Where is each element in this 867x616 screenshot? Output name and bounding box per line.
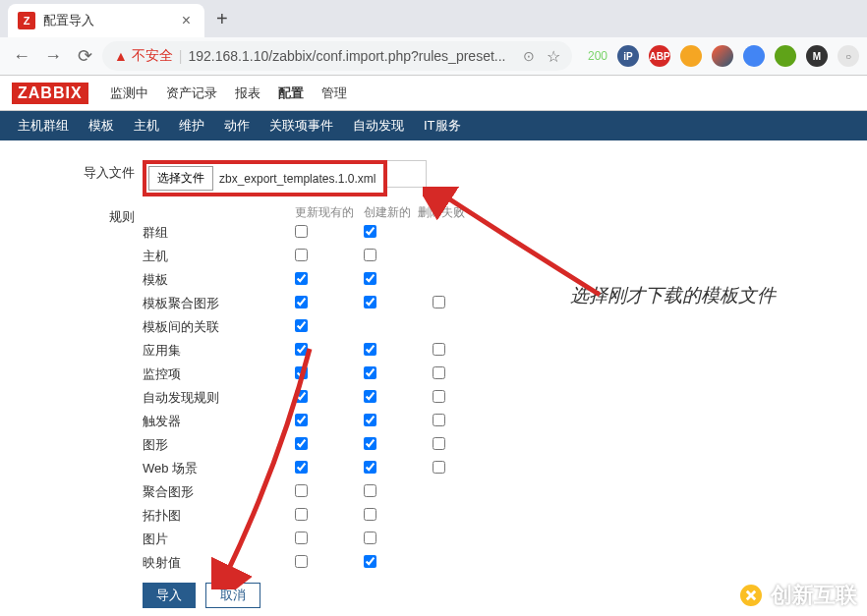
rule-checkbox[interactable] <box>364 343 376 356</box>
sub-menu-item[interactable]: IT服务 <box>414 113 471 139</box>
rule-checkbox[interactable] <box>364 366 376 379</box>
col-delete: 删除失败 <box>418 204 472 221</box>
rule-checkbox[interactable] <box>364 225 376 238</box>
import-button[interactable]: 导入 <box>143 583 196 608</box>
rule-checkbox[interactable] <box>295 366 308 379</box>
rule-checkbox[interactable] <box>295 437 308 450</box>
rule-checkbox[interactable] <box>433 343 445 356</box>
rule-name: 模板 <box>143 271 295 289</box>
rule-row: 模板 <box>143 268 501 292</box>
rule-name: 主机 <box>143 248 295 265</box>
rule-checkbox[interactable] <box>295 532 308 544</box>
file-input-extra[interactable] <box>387 160 427 188</box>
ip-extension-icon[interactable]: iP <box>617 45 639 67</box>
address-bar[interactable]: ▲ 不安全 | 192.168.1.10/zabbix/conf.import.… <box>102 41 572 71</box>
rule-row: 监控项 <box>143 363 501 386</box>
rule-checkbox[interactable] <box>364 414 376 426</box>
rule-checkbox[interactable] <box>295 484 308 497</box>
zabbix-top-bar: ZABBIX 监测中资产记录报表配置管理 <box>0 76 867 111</box>
rule-row: 应用集 <box>143 339 501 363</box>
rule-name: Web 场景 <box>143 460 295 477</box>
rule-checkbox[interactable] <box>364 296 376 308</box>
rule-checkbox[interactable] <box>364 508 376 521</box>
rule-checkbox[interactable] <box>364 461 376 474</box>
top-menu-item[interactable]: 资产记录 <box>158 81 225 106</box>
rule-row: 图形 <box>143 433 501 457</box>
ext-green-icon[interactable] <box>775 45 796 67</box>
rule-checkbox[interactable] <box>295 343 308 356</box>
rule-checkbox[interactable] <box>364 249 376 261</box>
search-icon[interactable]: ⊙ <box>523 48 535 64</box>
col-update: 更新现有的 <box>295 204 364 221</box>
new-tab-button[interactable]: + <box>204 8 240 30</box>
rule-row: 主机 <box>143 245 501 268</box>
address-row: ← → ⟳ ▲ 不安全 | 192.168.1.10/zabbix/conf.i… <box>0 37 867 75</box>
zabbix-logo[interactable]: ZABBIX <box>12 83 88 104</box>
reload-button[interactable]: ⟳ <box>71 42 98 70</box>
rule-checkbox[interactable] <box>295 414 308 426</box>
back-button[interactable]: ← <box>8 42 35 70</box>
rule-checkbox[interactable] <box>295 296 308 308</box>
ext-gradient-icon[interactable] <box>712 45 733 67</box>
rule-name: 图片 <box>143 531 295 548</box>
rule-checkbox[interactable] <box>433 414 445 426</box>
rule-checkbox[interactable] <box>295 555 308 568</box>
ext-orange-icon[interactable] <box>680 45 702 67</box>
tab-strip: Z 配置导入 × + <box>0 0 867 37</box>
rule-checkbox[interactable] <box>295 508 308 521</box>
warning-icon: ▲ <box>114 48 128 64</box>
ext-blue-icon[interactable] <box>743 45 765 67</box>
rule-name: 模板聚合图形 <box>143 295 295 312</box>
abp-extension-icon[interactable]: ABP <box>649 45 670 67</box>
top-menu-item[interactable]: 监测中 <box>102 81 156 106</box>
rule-checkbox[interactable] <box>433 461 445 474</box>
watermark-logo-icon <box>737 582 765 609</box>
rule-checkbox[interactable] <box>433 390 445 403</box>
close-icon[interactable]: × <box>178 12 195 29</box>
import-file-label: 导入文件 <box>39 160 143 182</box>
top-menu-item[interactable]: 管理 <box>314 81 355 106</box>
ext-grey-icon[interactable]: ○ <box>838 45 859 67</box>
rule-checkbox[interactable] <box>364 272 376 285</box>
sub-menu-item[interactable]: 维护 <box>169 113 214 139</box>
zabbix-sub-menu: 主机群组模板主机维护动作关联项事件自动发现IT服务 <box>0 111 867 140</box>
rule-checkbox[interactable] <box>295 390 308 403</box>
rule-checkbox[interactable] <box>364 437 376 450</box>
sub-menu-item[interactable]: 模板 <box>79 113 124 139</box>
browser-tab[interactable]: Z 配置导入 × <box>8 4 204 37</box>
rule-checkbox[interactable] <box>295 249 308 261</box>
import-form: 导入文件 选择文件 zbx_export_templates.1.0.xml 规… <box>0 140 867 616</box>
cancel-button[interactable]: 取消 <box>205 583 260 608</box>
rule-checkbox[interactable] <box>364 532 376 544</box>
extension-icons: 200 iP ABP M ○ <box>588 45 859 67</box>
insecure-warning: ▲ 不安全 <box>114 47 173 65</box>
rule-row: 模板聚合图形 <box>143 292 501 315</box>
rule-checkbox[interactable] <box>295 461 308 474</box>
rule-row: Web 场景 <box>143 457 501 480</box>
rule-checkbox[interactable] <box>364 555 376 568</box>
tab-title: 配置导入 <box>43 12 94 29</box>
ext-dark-icon[interactable]: M <box>806 45 828 67</box>
rule-checkbox[interactable] <box>295 225 308 238</box>
top-menu-item[interactable]: 配置 <box>270 81 312 106</box>
sub-menu-item[interactable]: 动作 <box>214 113 260 139</box>
rule-name: 监控项 <box>143 365 295 383</box>
forward-button[interactable]: → <box>39 42 67 70</box>
rule-checkbox[interactable] <box>295 319 308 332</box>
rule-row: 群组 <box>143 221 501 245</box>
rule-checkbox[interactable] <box>433 296 445 308</box>
sub-menu-item[interactable]: 自动发现 <box>343 113 414 139</box>
rule-name: 聚合图形 <box>143 483 295 501</box>
sub-menu-item[interactable]: 主机群组 <box>8 113 79 139</box>
rule-checkbox[interactable] <box>295 272 308 285</box>
top-menu-item[interactable]: 报表 <box>227 81 268 106</box>
choose-file-button[interactable]: 选择文件 <box>148 166 213 191</box>
rule-row: 聚合图形 <box>143 480 501 504</box>
sub-menu-item[interactable]: 关联项事件 <box>260 113 343 139</box>
rule-checkbox[interactable] <box>433 437 445 450</box>
rule-checkbox[interactable] <box>364 390 376 403</box>
sub-menu-item[interactable]: 主机 <box>124 113 169 139</box>
rule-checkbox[interactable] <box>433 366 445 379</box>
rule-checkbox[interactable] <box>364 484 376 497</box>
star-icon[interactable]: ☆ <box>547 47 560 66</box>
